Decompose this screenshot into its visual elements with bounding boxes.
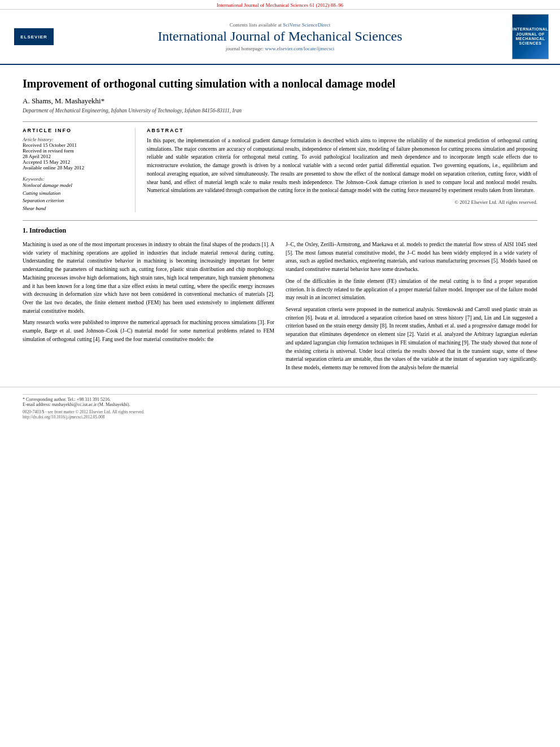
abstract-heading: ABSTRACT — [147, 128, 537, 133]
abstract-column: ABSTRACT In this paper, the implementati… — [147, 128, 537, 212]
section-1-heading: 1. Introduction — [23, 226, 537, 235]
article-info-column: ARTICLE INFO Article history: Received 1… — [23, 128, 135, 212]
journal-homepage: journal homepage: www.elsevier.com/locat… — [56, 46, 504, 51]
keyword-2: Cutting simulation — [23, 190, 127, 198]
journal-thumbnail: INTERNATIONAL JOURNAL OF MECHANICAL SCIE… — [512, 14, 549, 59]
accepted-date: Accepted 15 May 2012 — [23, 159, 127, 165]
received-date: Received 15 October 2011 — [23, 142, 127, 148]
elsevier-logo-area: ELSEVIER — [11, 28, 56, 45]
elsevier-logo: ELSEVIER — [14, 28, 54, 45]
article-info-heading: ARTICLE INFO — [23, 128, 127, 133]
journal-thumbnail-area: INTERNATIONAL JOURNAL OF MECHANICAL SCIE… — [504, 14, 549, 59]
section-1: 1. Introduction Machining is used as one… — [23, 226, 537, 375]
sciverse-line: Contents lists available at SciVerse Sci… — [56, 22, 504, 28]
body-para-4: One of the difficulties in the finite el… — [286, 277, 537, 302]
keywords-label: Keywords: — [23, 176, 127, 182]
journal-title-area: Contents lists available at SciVerse Sci… — [56, 22, 504, 51]
article-history-label: Article history: — [23, 137, 127, 142]
journal-reference-bar: International Journal of Mechanical Scie… — [0, 0, 560, 10]
section-1-body: Machining is used as one of the most imp… — [23, 241, 537, 375]
issn-line: 0020-7403/$ - see front matter © 2012 El… — [23, 409, 537, 414]
keywords-section: Keywords: Nonlocal damage model Cutting … — [23, 176, 127, 212]
article-title: Improvement of orthogonal cutting simula… — [23, 76, 537, 91]
journal-homepage-link[interactable]: www.elsevier.com/locate/ijmecsci — [265, 46, 334, 51]
section-divider — [23, 220, 537, 221]
body-para-2: Many research works were published to im… — [23, 318, 274, 343]
sciverse-link[interactable]: SciVerse ScienceDirect — [283, 22, 330, 28]
authors: A. Shams, M. Mashayekhi* — [23, 97, 537, 106]
journal-reference-text: International Journal of Mechanical Scie… — [217, 2, 344, 8]
keyword-1: Nonlocal damage model — [23, 182, 127, 190]
abstract-text: In this paper, the implementation of a n… — [147, 137, 537, 195]
body-para-3: J–C, the Oxley, Zerilli–Armstrong, and M… — [286, 241, 537, 274]
affiliation: Department of Mechanical Engineering, Is… — [23, 108, 537, 113]
revised-date: 28 April 2012 — [23, 154, 127, 159]
star-note: * Corresponding author. Tel.: +98 311 39… — [23, 397, 537, 402]
keyword-4: Shear band — [23, 205, 127, 213]
journal-header: ELSEVIER Contents lists available at Sci… — [0, 10, 560, 65]
online-date: Available online 28 May 2012 — [23, 165, 127, 171]
main-content: Improvement of orthogonal cutting simula… — [0, 65, 560, 381]
journal-title: International Journal of Mechanical Scie… — [56, 29, 504, 43]
keyword-3: Separation criterion — [23, 197, 127, 205]
body-para-5: Several separation criteria were propose… — [286, 305, 537, 372]
page-footer: * Corresponding author. Tel.: +98 311 39… — [0, 387, 560, 423]
copyright-line: © 2012 Elsevier Ltd. All rights reserved… — [147, 199, 537, 205]
corresponding-author-note: * Corresponding author. Tel.: +98 311 39… — [23, 394, 537, 407]
body-col-left: Machining is used as one of the most imp… — [23, 241, 274, 375]
doi-line: http://dx.doi.org/10.1016/j.ijmecsci.201… — [23, 414, 537, 420]
body-col-right: J–C, the Oxley, Zerilli–Armstrong, and M… — [286, 241, 537, 375]
email-note: E-mail address: mashayekhi@cc.iut.ac.ir … — [23, 402, 537, 407]
article-info-abstract-section: ARTICLE INFO Article history: Received 1… — [23, 121, 537, 212]
revised-label: Received in revised form — [23, 148, 127, 154]
body-para-1: Machining is used as one of the most imp… — [23, 241, 274, 315]
